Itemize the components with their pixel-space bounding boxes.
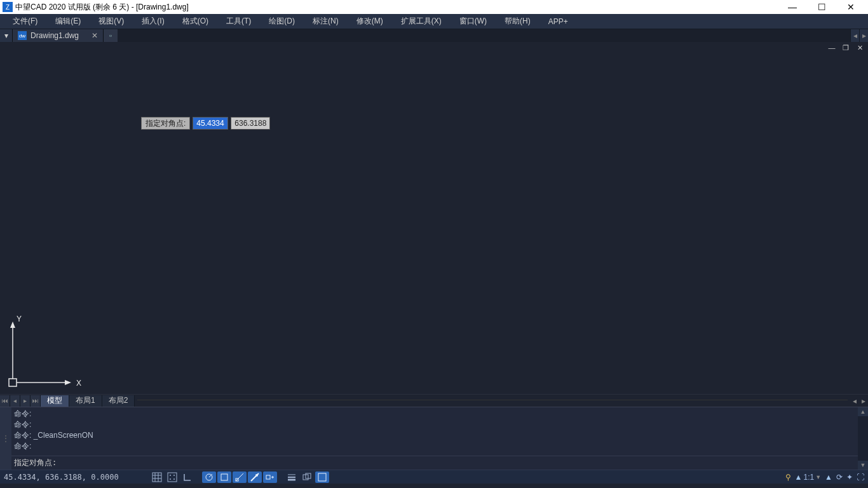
clean-screen-icon[interactable]: ⛶ <box>857 473 864 482</box>
command-history-line: 命令: <box>14 409 855 419</box>
command-history-line: 命令: <box>14 419 855 430</box>
menu-窗口w[interactable]: 窗口(W) <box>451 14 496 29</box>
svg-point-13 <box>170 478 171 480</box>
svg-marker-4 <box>10 322 15 328</box>
layout-tab-0[interactable]: 模型 <box>41 395 69 407</box>
dropdown-caret-icon: ▼ <box>815 474 821 480</box>
dynamic-input-x[interactable]: 45.4334 <box>193 117 228 130</box>
window-close-button[interactable]: ✕ <box>836 0 865 14</box>
app-icon: Z <box>3 2 13 12</box>
layout-scrollbar[interactable] <box>137 400 848 402</box>
dynamic-input-label: 指定对角点: <box>141 117 190 130</box>
mdi-controls: — ❐ ✕ <box>0 42 868 53</box>
command-prompt-prefix: 指定对角点: <box>14 458 57 468</box>
svg-line-18 <box>236 473 243 481</box>
menu-扩展工具x[interactable]: 扩展工具(X) <box>392 14 451 29</box>
menu-插入i[interactable]: 插入(I) <box>133 14 173 29</box>
coordinates-readout[interactable]: 45.4334, 636.3188, 0.0000 <box>4 473 131 482</box>
annotation-scale[interactable]: ▲ 1:1 ▼ <box>795 473 822 482</box>
svg-rect-22 <box>266 475 270 479</box>
grid-display-icon[interactable] <box>165 471 179 483</box>
menu-工具t[interactable]: 工具(T) <box>217 14 260 29</box>
dynamic-input: 指定对角点: 45.4334 636.3188 <box>141 117 270 130</box>
scale-label: 1:1 <box>804 473 815 482</box>
lineweight-display-icon[interactable] <box>285 471 299 483</box>
svg-rect-30 <box>318 473 326 481</box>
menu-格式o[interactable]: 格式(O) <box>173 14 217 29</box>
command-panel: ⋮ 命令:命令:命令: _CleanScreenON命令: 指定对角点: ▲ ▼ <box>0 407 868 470</box>
mdi-minimize-button[interactable]: — <box>827 43 836 52</box>
command-history-line: 命令: _CleanScreenON <box>14 430 855 441</box>
svg-point-11 <box>170 475 171 476</box>
window-minimize-button[interactable]: — <box>778 0 807 14</box>
polar-tracking-icon[interactable] <box>202 471 216 483</box>
mdi-restore-button[interactable]: ❐ <box>841 43 850 52</box>
svg-rect-5 <box>153 473 161 482</box>
menu-视图v[interactable]: 视图(V) <box>90 14 133 29</box>
menu-帮助h[interactable]: 帮助(H) <box>496 14 539 29</box>
svg-rect-17 <box>221 474 227 480</box>
svg-rect-10 <box>168 473 177 482</box>
menu-编辑e[interactable]: 编辑(E) <box>46 14 90 29</box>
layout-nav-first[interactable]: ⏮ <box>0 395 10 407</box>
svg-point-21 <box>255 474 258 477</box>
command-history[interactable]: 命令:命令:命令: _CleanScreenON命令: <box>11 407 858 456</box>
mdi-close-button[interactable]: ✕ <box>855 43 864 52</box>
layout-nav-last[interactable]: ⏭ <box>31 395 41 407</box>
snap-grid-icon[interactable] <box>150 471 164 483</box>
layout-nav-prev[interactable]: ◂ <box>10 395 20 407</box>
menu-文件f[interactable]: 文件(F) <box>4 14 46 29</box>
annotation-autoscale-icon[interactable]: ▲ <box>825 473 832 482</box>
dwg-file-icon: dw <box>18 31 27 40</box>
status-toggles <box>150 471 329 483</box>
window-title: 中望CAD 2020 试用版 (剩余 6 天) - [Drawing1.dwg] <box>15 2 778 13</box>
osnap-icon[interactable] <box>217 471 231 483</box>
command-scrollbar[interactable]: ▲ ▼ <box>858 407 868 470</box>
layout-scroll-right[interactable]: ▸ <box>859 396 868 405</box>
window-maximize-button[interactable]: ☐ <box>807 0 836 14</box>
lineweight-icon[interactable] <box>248 471 262 483</box>
drawing-canvas[interactable]: 指定对角点: 45.4334 636.3188 X Y <box>0 53 868 394</box>
window-titlebar: Z 中望CAD 2020 试用版 (剩余 6 天) - [Drawing1.dw… <box>0 0 868 14</box>
dynamic-input-icon[interactable] <box>263 471 277 483</box>
workspace-switch-icon[interactable]: ⟳ <box>836 473 843 482</box>
scroll-up-icon[interactable]: ▲ <box>858 407 868 416</box>
cycle-icon[interactable] <box>300 471 314 483</box>
doctab-close-button[interactable]: ✕ <box>92 31 98 40</box>
otrack-icon[interactable] <box>233 471 247 483</box>
command-panel-grip[interactable]: ⋮ <box>0 407 11 470</box>
ucs-y-label: Y <box>17 315 22 323</box>
svg-marker-2 <box>65 380 71 385</box>
menu-标注n[interactable]: 标注(N) <box>304 14 348 29</box>
layout-tab-2[interactable]: 布局2 <box>102 395 135 407</box>
doctab-nav-prev[interactable]: ◂ <box>850 29 859 42</box>
command-input[interactable] <box>57 459 855 468</box>
svg-point-14 <box>173 478 175 480</box>
ortho-mode-icon[interactable] <box>180 471 194 483</box>
layout-nav-next[interactable]: ▸ <box>20 395 31 407</box>
doctab-dropdown[interactable]: ▾ <box>0 29 13 42</box>
dynamic-input-y[interactable]: 636.3188 <box>231 117 270 130</box>
statusbar: 45.4334, 636.3188, 0.0000 ⚲ ▲ 1:1 ▼ ▲ ⟳ … <box>0 470 868 484</box>
menu-app+[interactable]: APP+ <box>539 14 577 29</box>
doctab-label: Drawing1.dwg <box>31 31 79 40</box>
layout-scroll-left[interactable]: ◂ <box>850 396 859 405</box>
hardware-accel-icon[interactable]: ✦ <box>846 473 853 482</box>
annotation-visibility-icon[interactable]: ⚲ <box>785 473 791 482</box>
menu-绘图d[interactable]: 绘图(D) <box>260 14 304 29</box>
menu-修改m[interactable]: 修改(M) <box>348 14 392 29</box>
triangle-icon: ▲ <box>795 473 803 482</box>
layout-tabs-row: ⏮ ◂ ▸ ⏭ 模型布局1布局2 ◂ ▸ <box>0 394 868 407</box>
document-tab-drawing1[interactable]: dw Drawing1.dwg ✕ <box>13 29 104 42</box>
menubar: 文件(F)编辑(E)视图(V)插入(I)格式(O)工具(T)绘图(D)标注(N)… <box>0 14 868 29</box>
svg-rect-0 <box>9 379 17 386</box>
scroll-down-icon[interactable]: ▼ <box>858 461 868 470</box>
svg-point-12 <box>173 475 175 476</box>
model-space-icon[interactable] <box>315 471 329 483</box>
ucs-icon: X Y <box>5 314 81 390</box>
doctab-nav-next[interactable]: ▸ <box>859 29 868 42</box>
command-history-line: 命令: <box>14 441 855 452</box>
new-document-tab-button[interactable]: ▫ <box>104 29 118 42</box>
ucs-x-label: X <box>76 379 81 388</box>
layout-tab-1[interactable]: 布局1 <box>69 395 102 407</box>
